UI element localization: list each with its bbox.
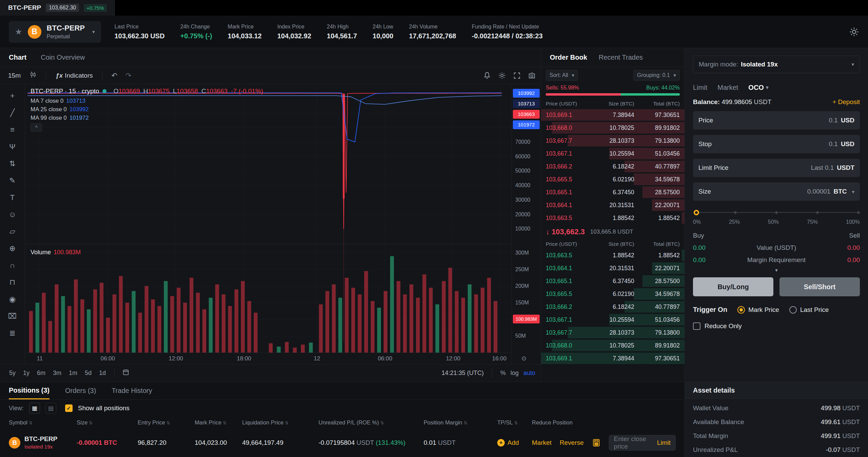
range-button-1m[interactable]: 1m — [65, 368, 81, 378]
sort-select[interactable]: Sort: All ▾ — [546, 70, 578, 81]
chart-canvas[interactable]: BTC-PERP · 15 · crypto O103669H103675L10… — [25, 84, 512, 364]
lock-drawings-icon[interactable]: ⊓ — [4, 275, 21, 290]
market-close-button[interactable]: Market — [532, 439, 552, 446]
fullscreen-icon[interactable] — [513, 72, 521, 80]
chart-settings-icon[interactable] — [498, 72, 506, 80]
column-header-symbol[interactable]: Symbol⇅ — [9, 419, 77, 426]
tab-limit[interactable]: Limit — [693, 80, 707, 95]
limit-price-field[interactable]: Limit PriceLast 0.1USDT — [693, 159, 860, 177]
tab-order-book[interactable]: Order Book — [550, 48, 587, 67]
calendar-icon[interactable] — [119, 367, 132, 379]
column-header-tp-sl[interactable]: TP/SL⇅ — [497, 419, 532, 426]
undo-icon[interactable]: ↶ — [109, 70, 120, 81]
settings-gear-icon[interactable] — [849, 27, 859, 37]
tab-market[interactable]: Market — [717, 80, 738, 95]
trend-line-icon[interactable]: ╱ — [4, 105, 21, 121]
tab-coin-overview[interactable]: Coin Overview — [41, 48, 85, 67]
orderbook-row[interactable]: 103,669.17.3894497.30651 — [541, 352, 684, 365]
time-axis[interactable]: 1106:0012:0018:001206:0012:0016:00 — [25, 353, 512, 364]
column-header-position-margin[interactable]: Position Margin⇅ — [424, 419, 497, 426]
range-button-5y[interactable]: 5y — [5, 368, 19, 378]
margin-mode-select[interactable]: Margin mode: Isolated 19x ▾ — [693, 56, 860, 73]
indicators-button[interactable]: ƒxIndicators — [52, 70, 96, 81]
expand-chevron-icon[interactable]: ▾ — [693, 267, 860, 273]
limit-close-button[interactable]: Limit — [657, 439, 671, 446]
deposit-button[interactable]: + Deposit — [832, 98, 860, 106]
log-scale-button[interactable]: log — [510, 370, 519, 377]
column-header-unrealized-p-l-roe[interactable]: Unrealized P/L (ROE %)⇅ — [319, 419, 424, 426]
range-button-6m[interactable]: 6m — [33, 368, 49, 378]
list-view-icon[interactable]: ▤ — [45, 403, 56, 414]
tab-orders-3[interactable]: Orders (3) — [65, 382, 96, 399]
orderbook-row[interactable]: 103,665.56.0219034.59678 — [541, 173, 684, 186]
tpsl-add-button[interactable]: + Add — [497, 439, 532, 446]
browser-tab[interactable]: BTC-PERP 103,662.30 +0.75% — [0, 0, 115, 16]
column-header-liquidation-price[interactable]: Liquidation Price⇅ — [242, 419, 319, 426]
orderbook-row[interactable]: 103,666.26.1824240.77897 — [541, 160, 684, 173]
alert-icon[interactable] — [483, 72, 491, 80]
text-tool-icon[interactable]: T — [4, 190, 21, 205]
symbol-selector[interactable]: ★ B BTC-PERP Perpetual ▾ — [9, 21, 101, 43]
timezone-icon[interactable]: ⊙ — [521, 355, 526, 362]
grid-view-icon[interactable]: ▦ — [29, 403, 40, 414]
orderbook-row[interactable]: 103,667.728.1037379.13800 — [541, 326, 684, 339]
orderbook-row[interactable]: 103,665.16.3745028.57500 — [541, 186, 684, 199]
column-header-mark-price[interactable]: Mark Price⇅ — [195, 419, 242, 426]
range-button-3m[interactable]: 3m — [49, 368, 65, 378]
tab-trade-history[interactable]: Trade History — [112, 382, 152, 399]
measure-icon[interactable]: ▱ — [4, 224, 21, 239]
orderbook-row[interactable]: 103,669.17.3894497.30651 — [541, 108, 684, 121]
size-slider[interactable] — [694, 208, 859, 217]
orderbook-row[interactable]: 103,668.010.7802589.91802 — [541, 339, 684, 352]
reduce-only-checkbox[interactable] — [693, 322, 700, 330]
magnet-icon[interactable]: ∩ — [4, 258, 21, 273]
range-button-1d[interactable]: 1d — [95, 368, 110, 378]
sell-short-button[interactable]: Sell/Short — [779, 277, 860, 296]
clock-label[interactable]: 14:21:35 (UTC) — [442, 370, 484, 377]
long-position-icon[interactable]: ⇅ — [4, 156, 21, 172]
pattern-icon[interactable]: Ψ — [4, 139, 21, 155]
size-field[interactable]: Size0.00001BTC▾ — [693, 182, 860, 201]
hide-drawings-icon[interactable]: ◉ — [4, 292, 21, 307]
stop-field[interactable]: Stop0.1USD — [693, 135, 860, 153]
orderbook-row[interactable]: 103,663.51.885421.88542 — [541, 212, 684, 224]
range-button-1y[interactable]: 1y — [19, 368, 33, 378]
auto-scale-button[interactable]: auto — [523, 370, 535, 377]
reverse-button[interactable]: Reverse — [560, 439, 584, 446]
column-header-entry-price[interactable]: Entry Price⇅ — [138, 419, 195, 426]
zoom-in-icon[interactable]: ⊕ — [4, 241, 21, 256]
price-field[interactable]: Price0.1USD — [693, 111, 860, 130]
tab-positions-3[interactable]: Positions (3) — [9, 382, 50, 399]
tab-oco[interactable]: OCO▾ — [748, 80, 768, 95]
trigger-radio-last-price[interactable]: Last Price — [789, 306, 829, 314]
orderbook-row[interactable]: 103,667.110.2559451.03456 — [541, 147, 684, 160]
show-all-positions-checkbox[interactable]: ✓ — [65, 404, 73, 412]
column-header-size[interactable]: Size⇅ — [77, 419, 138, 426]
grouping-select[interactable]: Grouping: 0.1 ▾ — [633, 70, 680, 81]
buy-long-button[interactable]: Buy/Long — [693, 277, 773, 296]
orderbook-row[interactable]: 103,667.728.1037379.13800 — [541, 134, 684, 147]
camera-icon[interactable] — [528, 72, 536, 80]
remove-drawings-icon[interactable]: ⌧ — [4, 309, 21, 324]
orderbook-row[interactable]: 103,664.120.3153122.20071 — [541, 262, 684, 275]
orderbook-row[interactable]: 103,668.010.7802589.91802 — [541, 121, 684, 134]
orderbook-row[interactable]: 103,663.51.885421.88542 — [541, 249, 684, 262]
orderbook-row[interactable]: 103,666.26.1824240.77897 — [541, 300, 684, 313]
orderbook-row[interactable]: 103,664.120.3153122.20071 — [541, 199, 684, 212]
range-button-5d[interactable]: 5d — [81, 368, 95, 378]
candles-icon[interactable] — [27, 69, 40, 81]
tab-chart[interactable]: Chart — [9, 48, 26, 67]
object-tree-icon[interactable]: ≣ — [4, 325, 21, 341]
orderbook-row[interactable]: 103,667.110.2559451.03456 — [541, 313, 684, 326]
calculator-icon[interactable] — [592, 438, 601, 447]
position-row[interactable]: B BTC-PERP Isolated 19x -0.00001 BTC 96,… — [0, 428, 684, 457]
crosshair-icon[interactable]: + — [4, 88, 21, 104]
emoji-tool-icon[interactable]: ☺ — [4, 207, 21, 222]
trigger-radio-mark-price[interactable]: Mark Price — [737, 306, 779, 314]
orderbook-row[interactable]: 103,665.56.0219034.59678 — [541, 287, 684, 300]
slider-knob[interactable] — [694, 210, 699, 215]
mid-price-row[interactable]: ↓ 103,662.3 103,665.8 USDT — [541, 224, 684, 239]
price-scale[interactable]: ⊙ 90000800007000060000500004000030000200… — [512, 84, 541, 364]
legend-collapse-button[interactable]: ^ — [31, 123, 42, 132]
favorite-star-icon[interactable]: ★ — [15, 27, 22, 37]
